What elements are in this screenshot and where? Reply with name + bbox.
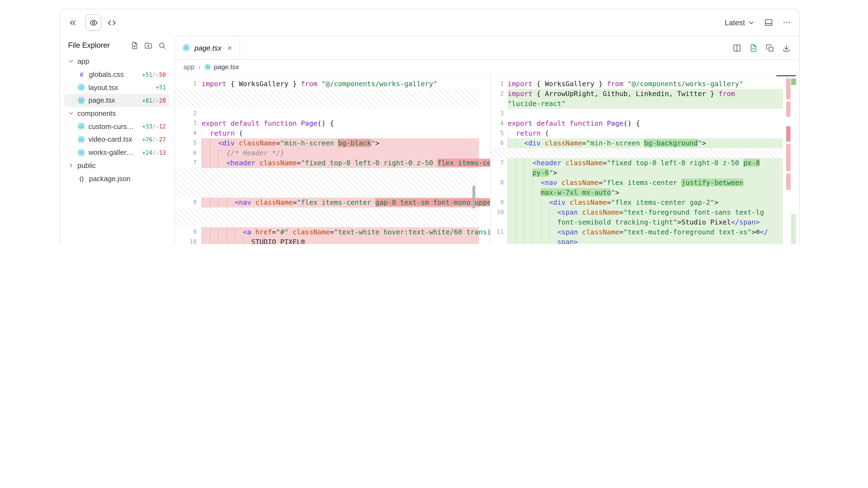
new-file-button[interactable] [131,41,138,49]
tab-label: page.tsx [194,44,221,52]
file-explorer-title: File Explorer [68,41,126,50]
tree-item-label: components [78,109,116,118]
line-content: font-semibold tracking-tight">Studio Pix… [507,217,783,227]
tree-folder-components[interactable]: components [64,107,170,120]
search-files-button[interactable] [158,41,166,49]
line-content: <div className="flex items-center gap-2"… [507,198,783,207]
line-number: 1 [175,79,202,89]
line-number: 3 [175,119,202,128]
version-dropdown[interactable]: Latest [724,19,755,27]
code-line: 11 <span className="text-muted-foregroun… [491,227,783,237]
line-number: 3 [491,109,507,119]
minimap-viewport-line[interactable] [776,75,796,76]
tree-file-video-card-tsx[interactable]: video-card.tsx+76/-27 [64,133,170,146]
code-line: 2import { ArrowUpRight, Github, Linkedin… [491,89,783,99]
code-toggle-button[interactable] [103,14,120,31]
close-tab-icon[interactable]: × [227,44,232,52]
top-chrome-bar: Latest [60,9,799,36]
file-explorer-panel: File Explorer [60,36,174,244]
collapse-sidebar-button[interactable] [68,18,78,27]
page: Latest [0,0,868,244]
tab-page-tsx[interactable]: page.tsx × [175,36,240,59]
code-line: 1import { WorksGallery } from "@/compone… [491,79,783,89]
code-line: py-6"> [491,168,783,178]
download-button[interactable] [782,44,790,52]
overview-removed-mark [786,144,790,171]
diff-spacer [175,207,490,227]
diff-pane-new[interactable]: 1import { WorksGallery } from "@/compone… [490,75,783,244]
code-line: 3export default function Page() { [175,119,490,128]
react-icon [78,84,85,91]
code-line: 6 {/* Header */} [175,148,490,158]
diff-view: 1import { WorksGallery } from "@/compone… [175,75,799,244]
tree-item-label: package.json [89,174,130,183]
tree-file-globals-css[interactable]: #globals.css+51/-50 [64,68,170,81]
line-number: 7 [491,158,507,168]
new-folder-button[interactable] [145,41,152,49]
line-number: 10 [175,237,202,244]
tree-file-package-json[interactable]: {}package.json [64,172,170,185]
line-content: <span className="text-foreground font-sa… [507,207,783,217]
line-content: export default function Page() { [202,119,479,128]
tree-folder-public[interactable]: public [64,159,170,172]
line-number: 10 [491,207,507,217]
left-pane-scrollbar-thumb[interactable] [472,186,475,208]
view-mode-toggle [85,14,120,31]
copy-icon [766,44,774,52]
code-line: 7 <header className="fixed top-0 left-0 … [491,158,783,168]
overview-added-mark [791,214,796,244]
diff-overview-ruler[interactable] [786,77,796,244]
line-number [491,168,507,178]
search-icon [158,41,166,49]
line-content: "lucide-react" [507,99,783,109]
tree-item-label: globals.css [89,70,124,78]
breadcrumb-folder[interactable]: app [184,63,194,71]
code-line: "lucide-react" [491,99,783,109]
tree-folder-app[interactable]: app [64,55,170,68]
line-content: import { ArrowUpRight, Github, Linkedin,… [507,89,783,99]
breadcrumb-file[interactable]: page.tsx [205,63,239,71]
line-number: 9 [175,227,202,237]
diff-stats: +81/-28 [142,97,166,104]
more-menu-button[interactable] [782,18,791,27]
line-number [491,237,507,244]
main-area: File Explorer [60,36,799,244]
file-explorer-actions [131,41,166,49]
tree-file-page-tsx[interactable]: page.tsx+81/-28 [64,94,170,107]
tree-item-label: custom-curs… [88,122,134,131]
preview-toggle-button[interactable] [85,14,102,31]
chevron-down-icon [68,59,74,65]
line-content: <div className="min-h-screen bg-backgrou… [507,138,783,148]
diff-pane-old[interactable]: 1import { WorksGallery } from "@/compone… [175,75,490,244]
diff-stats: +51 [156,84,166,91]
tree-file-layout-tsx[interactable]: layout.tsx+51 [64,81,170,94]
chevron-down-icon [748,19,755,26]
code-line: 10 <span className="text-foreground font… [491,207,783,217]
diff-spacer [175,168,490,198]
diff-stats: +33/-12 [142,123,166,130]
chrome-right-group: Latest [724,18,791,27]
copy-button[interactable] [766,44,774,52]
line-number: 1 [491,79,507,89]
tree-file-custom-curs[interactable]: custom-curs…+33/-12 [64,120,170,133]
diff-view-button[interactable] [749,44,757,52]
panel-toggle-button[interactable] [764,18,773,27]
tree-item-label: app [78,57,89,66]
line-number: 5 [491,128,507,138]
code-line: max-w-7xl mx-auto"> [491,188,783,198]
line-number: 8 [175,198,202,207]
line-content: STUDIO PIXEL® [202,237,479,244]
download-icon [782,44,790,52]
tree-file-works-galler[interactable]: works-galler…+24/-13 [64,146,170,159]
line-number: 4 [175,128,202,138]
line-number: 4 [491,119,507,128]
line-number: 2 [491,89,507,99]
line-number: 6 [175,148,202,158]
split-editor-button[interactable] [733,44,741,52]
tree-item-label: layout.tsx [88,83,118,91]
overview-removed-mark [786,126,790,142]
code-line: 6 <div className="min-h-screen bg-backgr… [491,138,783,148]
line-content: export default function Page() { [507,119,783,128]
line-content [202,109,479,119]
react-icon [78,149,85,156]
